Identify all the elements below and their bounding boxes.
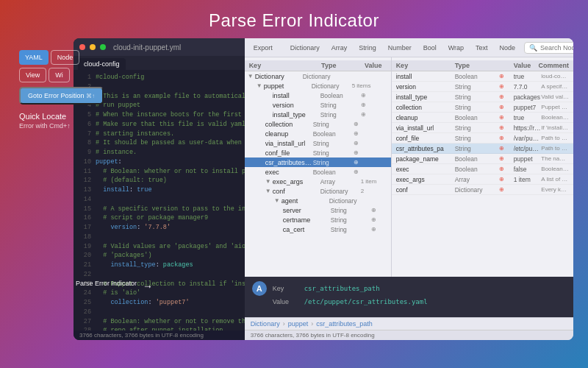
tree-item-conf[interactable]: ▼ conf Dictionary 2 [245, 186, 391, 196]
search-input[interactable] [540, 44, 573, 52]
detail-item-exec[interactable]: exec Boolean ⊕ false Boolean: whether or… [392, 164, 573, 174]
detail-item-cleanup[interactable]: cleanup Boolean ⊕ true Boolean: whether … [392, 113, 573, 123]
detail-item-via-install-url[interactable]: via_install_url String ⊕ https://raw.git… [392, 123, 573, 133]
breadcrumb-sep-1: › [283, 320, 285, 328]
code-line: 12 # (default: true) [74, 176, 245, 185]
code-line: 19 # Valid values are 'packages' and 'ai… [74, 242, 245, 252]
tree-item-exec-args[interactable]: ▼ exec_args Array 1 item [245, 177, 391, 186]
wi-tab-button[interactable]: Wi [49, 68, 70, 82]
detail-item-conf-file[interactable]: conf_file String ⊕ /var/puppet/puppet.co… [392, 133, 573, 144]
code-line: 22 [74, 270, 245, 280]
right-panel: Export Dictionary Array String Number Bo… [245, 38, 573, 340]
quick-locate-subtitle: Error with Cmd+↑ [19, 122, 68, 130]
quick-locate-title: Quick Locate [19, 112, 68, 121]
number-button[interactable]: Number [385, 43, 415, 53]
detail-item-csr-attributes[interactable]: csr_attributes_pa String ⊕ /etc/puppet/c… [392, 144, 573, 154]
code-line: 1#cloud-config [74, 73, 245, 82]
editor-toolbar: cloud-init-puppet.yml [74, 38, 245, 56]
search-icon: 🔍 [529, 44, 537, 52]
code-line: 26 [74, 308, 245, 317]
editor-filename: cloud-init-puppet.yml [113, 43, 181, 52]
tree-toggle-icon: ▼ [274, 197, 282, 204]
left-sidebar: YAML Node View Wi Goto Error Position ⌘↑… [15, 46, 72, 134]
tree-item-agent[interactable]: ▼ agent Dictionary [245, 196, 391, 205]
string-button[interactable]: String [356, 43, 379, 53]
inspector-icon: A [252, 281, 267, 296]
tree-item-install-type[interactable]: install_type String ⊕ [245, 110, 391, 119]
tree-item-cleanup[interactable]: cleanup Boolean ⊕ [245, 129, 391, 138]
detail-headers: Key Type Value Comment [392, 60, 573, 71]
inspector-key-row: A Key csr_attributes_path [252, 281, 566, 296]
editor-tab-cloud-config[interactable]: cloud-config [78, 58, 126, 70]
tree-headers: Key Type Value [245, 60, 391, 71]
tree-item-dictionary[interactable]: ▼ Dictionary Dictionary [245, 71, 391, 81]
goto-error-button[interactable]: Goto Error Position ⌘↑ [19, 87, 104, 105]
array-button[interactable]: Array [329, 43, 351, 53]
code-line: 25 collection: 'puppet7' [74, 298, 245, 308]
breadcrumb-csr-attributes[interactable]: csr_attributes_path [316, 320, 373, 328]
detail-item-package-name[interactable]: package_name Boolean ⊕ puppet The name o… [392, 154, 573, 164]
tree-item-conf-file[interactable]: conf_file String ⊕ [245, 148, 391, 158]
code-line: 17 version: '7.7.8' [74, 223, 245, 233]
code-line: 16 # script or package manager9 [74, 213, 245, 223]
detail-item-install-type[interactable]: install_type String ⊕ packages Valid val… [392, 92, 573, 102]
code-area[interactable]: 1#cloud-config 2 3# This is an example f… [74, 70, 245, 330]
traffic-light-red[interactable] [79, 44, 85, 50]
page-title: Parse Error Indicator [209, 10, 379, 31]
wrap-button[interactable]: Wrap [445, 43, 467, 53]
inspector-value-row: Value /etc/puppet/csr_attributes.yaml [252, 298, 566, 305]
tree-toggle-icon: ▼ [265, 178, 273, 185]
inspector-key-value: csr_attributes_path [304, 285, 380, 292]
bottom-status-bar: 3766 characters, 3766 bytes in UTF-8 enc… [245, 330, 573, 340]
editor-panel: cloud-init-puppet.yml cloud-config 1#clo… [74, 38, 245, 340]
detail-item-install[interactable]: install Boolean ⊕ true loud-config [392, 71, 573, 82]
node-button[interactable]: Node [497, 43, 519, 53]
code-line: 8# It should be passed as user-data when… [74, 138, 245, 148]
tree-item-collection[interactable]: collection String ⊕ [245, 119, 391, 129]
tree-item-ca-cert[interactable]: ca_cert String ⊕ [245, 224, 391, 234]
tree-item-csr-attributes[interactable]: csr_attributes_pa String ⊕ [245, 158, 391, 167]
traffic-light-green[interactable] [100, 44, 106, 50]
search-box: 🔍 [524, 42, 573, 54]
tree-panel[interactable]: Key Type Value ▼ Dictionary Dictionary ▼… [245, 57, 392, 277]
breadcrumb-puppet[interactable]: puppet [288, 320, 309, 328]
export-button[interactable]: Export [251, 43, 276, 53]
breadcrumb-dictionary[interactable]: Dictionary [251, 320, 280, 328]
code-line: 24 # is 'aio' [74, 289, 245, 298]
inspector-key-label: Key [273, 285, 298, 292]
code-line: 7# starting instances. [74, 130, 245, 139]
tree-item-certname[interactable]: certname String ⊕ [245, 215, 391, 224]
status-text: 3766 characters, 3766 bytes in UTF-8 enc… [251, 332, 375, 339]
code-line: 13 install: true [74, 185, 245, 195]
yaml-buttons: YAML Node View Wi [19, 50, 68, 82]
traffic-light-yellow[interactable] [90, 44, 96, 50]
text-button[interactable]: Text [473, 43, 491, 53]
yaml-tab-button[interactable]: YAML [19, 50, 49, 65]
inspector-value-label: Value [273, 298, 298, 305]
code-line: 27 # Boolean: whether or not to remove t… [74, 317, 245, 327]
breadcrumb: Dictionary › puppet › csr_attributes_pat… [245, 317, 573, 330]
boolean-button[interactable]: Bool [420, 43, 440, 53]
detail-item-exec-args[interactable]: exec_args Array ⊕ 1 item A list of argum… [392, 174, 573, 185]
node-tab-button[interactable]: Node [51, 50, 80, 65]
editor-tabs: cloud-config [74, 56, 245, 70]
detail-item-conf[interactable]: conf Dictionary ⊕ Every key present in t… [392, 185, 573, 195]
code-line: 15 # A specific version to pass to the i… [74, 205, 245, 214]
tree-item-puppet[interactable]: ▼ puppet Dictionary 5 items [245, 81, 391, 91]
code-line: 10puppet: [74, 158, 245, 167]
detail-item-version[interactable]: version String ⊕ 7.7.0 A specific versio… [392, 82, 573, 92]
parse-error-arrow-icon: → [143, 280, 153, 292]
tree-item-version[interactable]: version String ⊕ [245, 100, 391, 110]
detail-item-collection[interactable]: collection String ⊕ puppet7 Puppet colle… [392, 102, 573, 113]
right-content: Key Type Value ▼ Dictionary Dictionary ▼… [245, 57, 573, 277]
code-line: 21 install_type: packages [74, 261, 245, 270]
code-line: 9# instance. [74, 148, 245, 158]
view-tab-button[interactable]: View [19, 68, 46, 82]
tree-item-via-install-url[interactable]: via_install_url String ⊕ [245, 138, 391, 148]
tree-item-server[interactable]: server String ⊕ [245, 205, 391, 215]
dictionary-button[interactable]: Dictionary [287, 43, 323, 53]
tree-item-exec[interactable]: exec Boolean ⊕ [245, 167, 391, 177]
detail-panel[interactable]: Key Type Value Comment install Boolean ⊕… [392, 57, 573, 277]
tree-item-install[interactable]: install Boolean ⊕ [245, 91, 391, 100]
breadcrumb-sep-2: › [311, 320, 313, 328]
